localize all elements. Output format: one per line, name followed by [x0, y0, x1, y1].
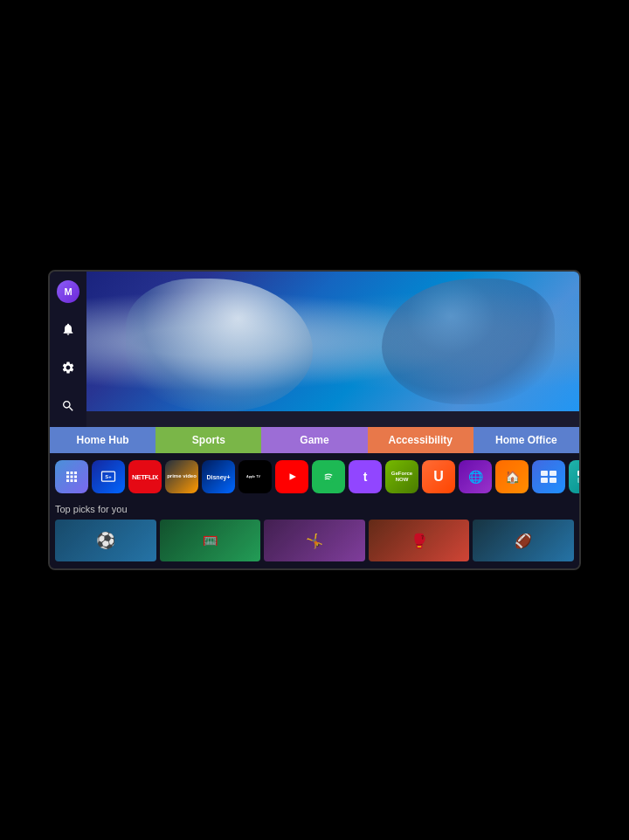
- youtube-icon[interactable]: [275, 460, 308, 493]
- tab-home-hub[interactable]: Home Hub: [50, 427, 156, 453]
- twitch-icon[interactable]: t: [349, 460, 382, 493]
- main-area: M: [50, 272, 579, 427]
- multiview-icon[interactable]: [532, 460, 565, 493]
- apps-grid-icon[interactable]: [55, 460, 88, 493]
- hero-banner: [86, 272, 579, 411]
- picks-section: Top picks for you: [50, 500, 579, 568]
- prime-video-icon[interactable]: prime video: [165, 460, 198, 493]
- svg-rect-12: [577, 478, 579, 483]
- svg-rect-8: [541, 478, 548, 483]
- tab-accessibility[interactable]: Accessibility: [368, 427, 473, 453]
- nav-tabs: Home Hub Sports Game Accessibility Home …: [50, 427, 579, 453]
- disney-plus-icon[interactable]: Disney+: [202, 460, 235, 493]
- picks-label: Top picks for you: [55, 504, 574, 514]
- pick-item-3[interactable]: [264, 520, 365, 561]
- utomik-icon[interactable]: U: [422, 460, 455, 493]
- search-icon[interactable]: [56, 394, 80, 418]
- avatar[interactable]: M: [57, 280, 79, 303]
- tab-sports[interactable]: Sports: [156, 427, 261, 453]
- svg-rect-7: [550, 471, 556, 476]
- settings-icon[interactable]: [56, 355, 80, 380]
- pick-item-4[interactable]: [369, 520, 470, 561]
- picks-row: [55, 520, 574, 561]
- player-left: [126, 279, 313, 411]
- svg-rect-10: [577, 471, 579, 476]
- pick-item-5[interactable]: [473, 520, 574, 561]
- smart-home-icon[interactable]: 🏠: [495, 460, 529, 493]
- apps-row: S+ NETFLIX prime video Disney+ Apple TV: [50, 453, 579, 500]
- tab-home-office[interactable]: Home Office: [473, 427, 579, 453]
- tab-game[interactable]: Game: [261, 427, 367, 453]
- geforce-now-icon[interactable]: GeForce NOW: [385, 460, 418, 493]
- svg-text:Apple TV: Apple TV: [246, 475, 260, 479]
- player-right: [382, 279, 554, 404]
- svg-rect-6: [541, 471, 548, 476]
- svg-rect-9: [550, 478, 556, 483]
- svg-text:S+: S+: [105, 474, 112, 479]
- tv-frame: M: [48, 270, 581, 570]
- netflix-icon[interactable]: NETFLIX: [128, 460, 162, 493]
- pick-item-2[interactable]: [160, 520, 261, 561]
- tv-content: M: [50, 272, 579, 568]
- 360-browser-icon[interactable]: 🌐: [459, 460, 492, 493]
- notification-icon[interactable]: [56, 317, 80, 341]
- spotify-icon[interactable]: [312, 460, 345, 493]
- pick-item-1[interactable]: [55, 520, 156, 561]
- more-apps-icon[interactable]: [569, 460, 579, 493]
- sidebar: M: [50, 272, 86, 427]
- samsung-tv-plus-icon[interactable]: S+: [92, 460, 125, 493]
- apple-tv-icon[interactable]: Apple TV: [238, 460, 272, 493]
